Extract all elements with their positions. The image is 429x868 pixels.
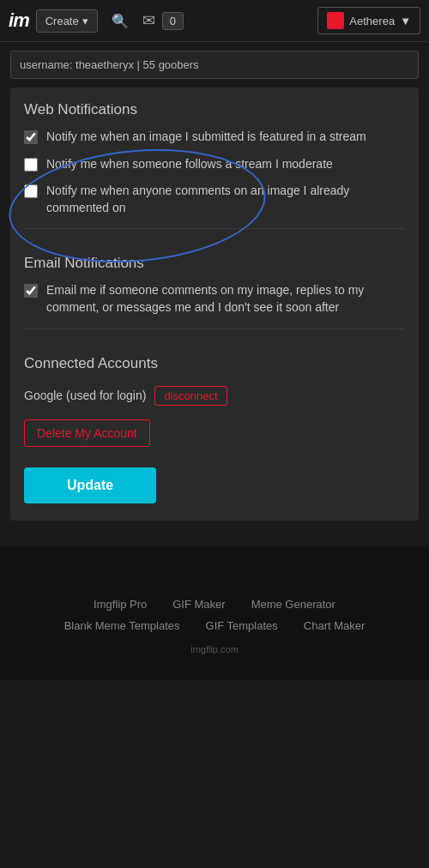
footer-link-blank-meme[interactable]: Blank Meme Templates	[64, 619, 180, 632]
delete-account-button[interactable]: Delete My Account	[24, 419, 150, 447]
email-item-1: Email me if someone comments on my image…	[24, 282, 405, 316]
section-divider-1	[24, 228, 405, 229]
username-text: username: theaetheryx | 55 goobers	[20, 58, 199, 71]
notif-label-1[interactable]: Notify me when an image I submitted is f…	[46, 129, 366, 146]
username-bar: username: theaetheryx | 55 goobers	[10, 51, 419, 79]
settings-panel: Web Notifications Notify me when an imag…	[10, 87, 419, 521]
notif-item-3: Notify me when anyone comments on an ima…	[24, 183, 405, 216]
notif-checkbox-1[interactable]	[24, 130, 38, 144]
notif-label-3[interactable]: Notify me when anyone comments on an ima…	[46, 183, 405, 216]
footer-domain: imgflip.com	[17, 644, 412, 654]
footer-link-imgflip-pro[interactable]: Imgflip Pro	[94, 598, 147, 611]
section-divider-2	[24, 329, 405, 329]
user-chevron-icon: ▼	[400, 15, 411, 27]
notif-checkbox-3[interactable]	[24, 184, 38, 198]
create-label: Create	[45, 15, 79, 27]
update-button[interactable]: Update	[24, 467, 156, 503]
email-notifications-title: Email Notifications	[24, 241, 405, 282]
footer-link-chart-maker[interactable]: Chart Maker	[304, 619, 366, 632]
web-notifications-title: Web Notifications	[24, 87, 405, 129]
connected-accounts-section: Connected Accounts Google (used for logi…	[24, 341, 405, 406]
user-avatar	[327, 12, 344, 29]
footer-link-gif-maker[interactable]: GIF Maker	[172, 598, 225, 611]
google-account-label: Google (used for login)	[24, 389, 146, 402]
email-checkbox-1[interactable]	[24, 284, 38, 298]
disconnect-button[interactable]: disconnect	[154, 386, 227, 406]
footer: Imgflip Pro GIF Maker Meme Generator Bla…	[0, 546, 429, 680]
header: im Create ▾ 🔍 ✉ 0 Aetherea ▼	[0, 0, 429, 42]
google-account-row: Google (used for login) disconnect	[24, 386, 405, 406]
notification-badge[interactable]: 0	[162, 12, 184, 30]
footer-row-1: Imgflip Pro GIF Maker Meme Generator	[17, 598, 412, 611]
email-notifications-section: Email Notifications Email me if someone …	[24, 241, 405, 316]
email-label-1[interactable]: Email me if someone comments on my image…	[46, 282, 405, 316]
notif-label-2[interactable]: Notify me when someone follows a stream …	[46, 156, 333, 173]
mail-icon[interactable]: ✉	[142, 11, 155, 30]
web-notifications-section: Web Notifications Notify me when an imag…	[24, 87, 405, 216]
footer-link-meme-generator[interactable]: Meme Generator	[251, 598, 335, 611]
logo: im	[9, 9, 29, 32]
notif-checkbox-2[interactable]	[24, 158, 38, 172]
footer-row-2: Blank Meme Templates GIF Templates Chart…	[17, 619, 412, 632]
search-icon: 🔍	[112, 14, 129, 28]
create-chevron-icon: ▾	[82, 15, 88, 27]
username-label: Aetherea	[349, 15, 395, 27]
connected-accounts-title: Connected Accounts	[24, 341, 405, 383]
create-button[interactable]: Create ▾	[36, 9, 98, 33]
notif-item-1: Notify me when an image I submitted is f…	[24, 129, 405, 146]
notif-item-2: Notify me when someone follows a stream …	[24, 156, 405, 173]
footer-link-gif-templates[interactable]: GIF Templates	[206, 619, 278, 632]
user-menu-button[interactable]: Aetherea ▼	[317, 7, 420, 34]
search-button[interactable]: 🔍	[105, 9, 136, 33]
logo-m: m	[13, 9, 29, 31]
